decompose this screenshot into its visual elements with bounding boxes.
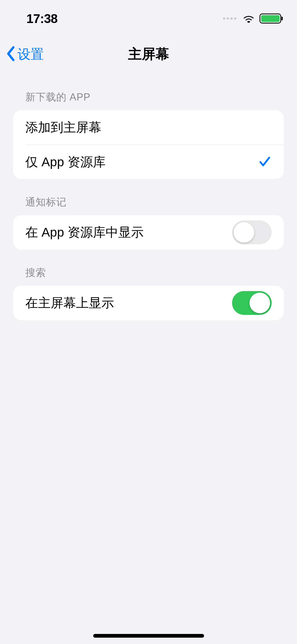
section-header-new-apps: 新下载的 APP xyxy=(13,74,284,110)
toggle-label: 在 App 资源库中显示 xyxy=(25,224,144,241)
checkmark-icon xyxy=(258,155,272,169)
content: 新下载的 APP 添加到主屏幕 仅 App 资源库 通知标记 在 App 资源库… xyxy=(0,71,297,320)
option-label: 仅 App 资源库 xyxy=(25,154,106,171)
section-header-badges: 通知标记 xyxy=(13,179,284,215)
status-indicators xyxy=(223,13,281,24)
group-new-apps: 添加到主屏幕 仅 App 资源库 xyxy=(13,110,284,179)
section-header-search: 搜索 xyxy=(13,250,284,286)
status-bar: 17:38 xyxy=(0,0,297,37)
option-label: 添加到主屏幕 xyxy=(25,119,101,136)
home-indicator xyxy=(93,634,204,638)
wifi-icon xyxy=(242,13,255,24)
chevron-left-icon xyxy=(6,46,16,62)
toggle-show-in-app-library[interactable] xyxy=(232,220,272,244)
nav-bar: 设置 主屏幕 xyxy=(0,37,297,71)
group-badges: 在 App 资源库中显示 xyxy=(13,215,284,250)
option-add-to-home[interactable]: 添加到主屏幕 xyxy=(13,110,284,145)
toggle-label: 在主屏幕上显示 xyxy=(25,295,114,311)
battery-icon xyxy=(260,13,281,24)
back-label: 设置 xyxy=(17,45,44,63)
row-show-in-app-library: 在 App 资源库中显示 xyxy=(13,215,284,250)
page-title: 主屏幕 xyxy=(0,45,297,63)
group-search: 在主屏幕上显示 xyxy=(13,286,284,320)
cellular-dots-icon xyxy=(223,17,236,20)
back-button[interactable]: 设置 xyxy=(6,45,44,63)
status-time: 17:38 xyxy=(26,11,58,26)
row-show-on-home: 在主屏幕上显示 xyxy=(13,286,284,320)
option-app-library-only[interactable]: 仅 App 资源库 xyxy=(25,145,284,179)
toggle-show-on-home[interactable] xyxy=(232,291,272,315)
